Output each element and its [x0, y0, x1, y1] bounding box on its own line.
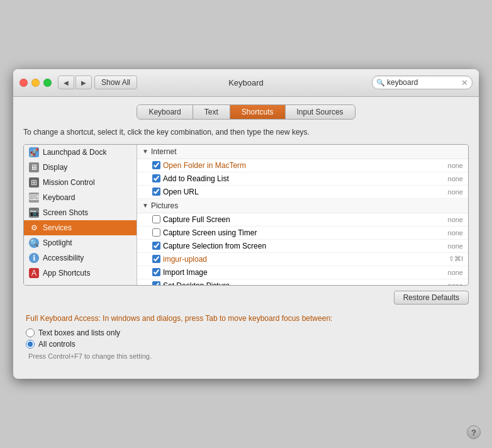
appshortcuts-icon: A [29, 268, 39, 278]
row-capture-timer: Capture Screen using Timer none [137, 227, 468, 240]
sidebar-item-screenshots[interactable]: 📷 Screen Shots [24, 205, 137, 220]
internet-section-label: Internet [151, 147, 177, 156]
sidebar-item-spotlight[interactable]: 🔍 Spotlight [24, 235, 137, 250]
sidebar-label-mission: Mission Control [43, 178, 95, 187]
checkbox-set-desktop[interactable] [152, 281, 160, 285]
sidebar-label-accessibility: Accessibility [43, 254, 84, 262]
sidebar-item-launchpad[interactable]: 🚀 Launchpad & Dock [24, 145, 137, 160]
label-capture-timer: Capture Screen using Timer [163, 228, 445, 237]
label-set-desktop: Set Desktop Picture [163, 281, 445, 285]
radio-all-controls[interactable]: All controls [26, 340, 466, 349]
row-capture-full: Capture Full Screen none [137, 213, 468, 227]
radio-text-boxes[interactable]: Text boxes and lists only [26, 328, 466, 337]
search-icon: 🔍 [376, 79, 385, 87]
sidebar-label-services: Services [43, 223, 72, 232]
radio-all-controls-input[interactable] [26, 340, 35, 349]
sidebar-label-display: Display [43, 163, 67, 172]
internet-toggle[interactable]: ▼ [142, 148, 148, 155]
detail-pane: ▼ Internet Open Folder in MacTerm none A… [137, 145, 468, 285]
shortcut-capture-full: none [448, 216, 463, 223]
sidebar-label-appshortcuts: App Shortcuts [43, 269, 90, 277]
shortcut-set-desktop: none [448, 282, 463, 285]
shortcut-capture-selection: none [448, 242, 463, 250]
restore-defaults-area: Restore Defaults [23, 291, 469, 305]
checkbox-reading-list[interactable] [152, 174, 160, 182]
traffic-lights [20, 79, 52, 87]
sidebar-item-accessibility[interactable]: ℹ Accessibility [24, 250, 137, 266]
shortcut-reading-list: none [448, 175, 463, 182]
label-reading-list: Add to Reading List [163, 174, 445, 183]
search-clear-icon[interactable]: ✕ [461, 78, 468, 87]
keyboard-icon: ⌨ [29, 193, 39, 203]
restore-defaults-button[interactable]: Restore Defaults [394, 291, 469, 305]
shortcut-capture-timer: none [448, 229, 463, 237]
tab-group: Keyboard Text Shortcuts Input Sources [137, 104, 355, 120]
screenshot-icon: 📷 [29, 208, 39, 218]
radio-text-boxes-input[interactable] [26, 328, 35, 337]
forward-button[interactable]: ▶ [75, 76, 92, 89]
radio-text-boxes-label: Text boxes and lists only [38, 328, 120, 337]
keyboard-preferences-window: ◀ ▶ Show All Keyboard 🔍 ✕ Keyboard Text … [13, 69, 479, 379]
show-all-button[interactable]: Show All [94, 76, 137, 89]
keyboard-access-hint: Press Control+F7 to change this setting. [28, 352, 466, 360]
tab-shortcuts[interactable]: Shortcuts [230, 105, 286, 119]
label-capture-selection: Capture Selection from Screen [163, 242, 445, 250]
sidebar-item-services[interactable]: ⚙ Services [24, 220, 137, 235]
pictures-section-header[interactable]: ▼ Pictures [137, 199, 468, 213]
checkbox-imgur-upload[interactable] [152, 255, 160, 263]
row-capture-selection: Capture Selection from Screen none [137, 240, 468, 253]
row-imgur-upload: imgur-upload ⇧⌘I [137, 253, 468, 266]
window-title: Keyboard [228, 78, 264, 87]
row-import-image: Import Image none [137, 266, 468, 279]
label-import-image: Import Image [163, 268, 445, 277]
sidebar-label-launchpad: Launchpad & Dock [43, 148, 106, 157]
keyboard-access-title: Full Keyboard Access: In windows and dia… [26, 313, 466, 324]
titlebar: ◀ ▶ Show All Keyboard 🔍 ✕ [13, 69, 479, 97]
label-capture-full: Capture Full Screen [163, 215, 445, 224]
maximize-button[interactable] [43, 79, 52, 87]
sidebar-label-keyboard: Keyboard [43, 193, 75, 202]
sidebar: 🚀 Launchpad & Dock 🖥 Display ⊞ Mission C… [24, 145, 137, 285]
checkbox-capture-timer[interactable] [152, 228, 160, 237]
search-input[interactable] [387, 78, 456, 87]
row-set-desktop: Set Desktop Picture none [137, 279, 468, 285]
sidebar-item-appshortcuts[interactable]: A App Shortcuts [24, 266, 137, 281]
label-open-url: Open URL [163, 188, 445, 196]
search-box: 🔍 ✕ [372, 76, 472, 89]
nav-buttons: ◀ ▶ [58, 76, 92, 89]
row-reading-list: Add to Reading List none [137, 172, 468, 186]
minimize-button[interactable] [31, 79, 40, 87]
checkbox-open-folder[interactable] [152, 161, 160, 169]
checkbox-import-image[interactable] [152, 268, 160, 276]
shortcut-open-folder: none [448, 162, 463, 169]
back-button[interactable]: ◀ [58, 76, 74, 89]
tab-keyboard[interactable]: Keyboard [137, 105, 193, 119]
radio-all-controls-label: All controls [38, 340, 75, 349]
shortcut-open-url: none [448, 188, 463, 196]
close-button[interactable] [20, 79, 28, 87]
spotlight-icon: 🔍 [29, 238, 39, 248]
services-icon: ⚙ [29, 223, 39, 233]
shortcut-imgur-upload: ⇧⌘I [449, 255, 463, 263]
internet-section-header[interactable]: ▼ Internet [137, 145, 468, 159]
tab-input-sources[interactable]: Input Sources [286, 105, 355, 119]
pictures-toggle[interactable]: ▼ [142, 202, 148, 209]
sidebar-item-display[interactable]: 🖥 Display [24, 160, 137, 175]
sidebar-label-spotlight: Spotlight [43, 238, 72, 247]
sidebar-item-keyboard[interactable]: ⌨ Keyboard [24, 190, 137, 205]
shortcut-import-image: none [448, 269, 463, 276]
label-imgur-upload: imgur-upload [163, 255, 446, 264]
keyboard-access-section: Full Keyboard Access: In windows and dia… [23, 313, 469, 361]
accessibility-icon: ℹ [29, 253, 39, 263]
sidebar-item-mission[interactable]: ⊞ Mission Control [24, 175, 137, 190]
checkbox-open-url[interactable] [152, 188, 160, 196]
mission-icon: ⊞ [29, 177, 39, 188]
tab-bar: Keyboard Text Shortcuts Input Sources [23, 104, 469, 120]
checkbox-capture-full[interactable] [152, 215, 160, 223]
tab-text[interactable]: Text [193, 105, 230, 119]
checkbox-capture-selection[interactable] [152, 242, 160, 250]
label-open-folder: Open Folder in MacTerm [163, 161, 445, 170]
main-pane: 🚀 Launchpad & Dock 🖥 Display ⊞ Mission C… [23, 144, 469, 286]
pictures-section-label: Pictures [151, 201, 178, 210]
display-icon: 🖥 [29, 162, 39, 172]
